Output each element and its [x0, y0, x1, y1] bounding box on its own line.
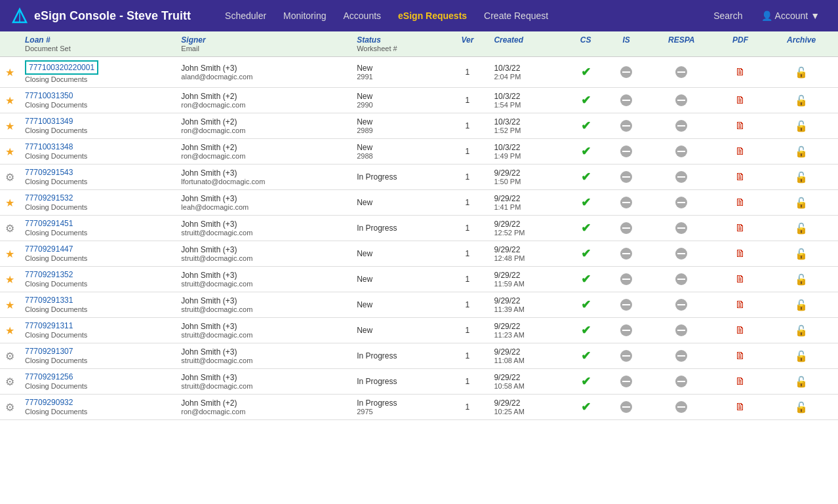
gear-icon-cell[interactable]: ⚙: [0, 216, 20, 241]
cs-cell[interactable]: ✔: [566, 395, 606, 420]
star-icon-cell[interactable]: ★: [0, 318, 20, 343]
star-icon-cell[interactable]: ★: [0, 113, 20, 139]
pdf-cell[interactable]: 🗎: [716, 369, 765, 395]
loan-link[interactable]: 77709291532: [25, 193, 73, 203]
is-cell[interactable]: [606, 190, 647, 216]
star-icon[interactable]: ★: [5, 121, 14, 132]
star-icon-cell[interactable]: ★: [0, 292, 20, 318]
cs-cell[interactable]: ✔: [566, 216, 606, 241]
is-cell[interactable]: [606, 292, 647, 318]
pdf-icon[interactable]: 🗎: [735, 248, 746, 259]
loan-link[interactable]: 77709291543: [25, 168, 73, 177]
loan-link[interactable]: 77710031350: [25, 91, 73, 100]
is-cell[interactable]: [606, 241, 647, 267]
lock-icon[interactable]: 🔓: [795, 172, 808, 183]
respa-cell[interactable]: [647, 292, 716, 318]
archive-cell[interactable]: 🔓: [765, 369, 838, 395]
cs-cell[interactable]: ✔: [566, 139, 606, 165]
archive-cell[interactable]: 🔓: [765, 267, 838, 292]
nav-scheduler[interactable]: Scheduler: [217, 5, 274, 26]
lock-icon[interactable]: 🔓: [795, 95, 808, 106]
archive-cell[interactable]: 🔓: [765, 216, 838, 241]
nav-account-link[interactable]: 👤 Account ▼: [753, 5, 828, 26]
pdf-icon[interactable]: 🗎: [735, 350, 746, 361]
pdf-cell[interactable]: 🗎: [716, 139, 765, 165]
lock-icon[interactable]: 🔓: [795, 351, 808, 362]
pdf-icon[interactable]: 🗎: [735, 222, 746, 233]
lock-icon[interactable]: 🔓: [795, 300, 808, 311]
loan-link[interactable]: 77709290932: [25, 398, 73, 407]
lock-icon[interactable]: 🔓: [795, 274, 808, 285]
pdf-cell[interactable]: 🗎: [716, 343, 765, 369]
respa-cell[interactable]: [647, 57, 716, 88]
pdf-icon[interactable]: 🗎: [735, 120, 746, 131]
is-cell[interactable]: [606, 57, 647, 88]
cs-cell[interactable]: ✔: [566, 343, 606, 369]
cs-cell[interactable]: ✔: [566, 318, 606, 343]
lock-icon[interactable]: 🔓: [795, 121, 808, 132]
pdf-cell[interactable]: 🗎: [716, 190, 765, 216]
pdf-icon[interactable]: 🗎: [735, 273, 746, 284]
archive-cell[interactable]: 🔓: [765, 113, 838, 139]
pdf-icon[interactable]: 🗎: [735, 197, 746, 208]
lock-icon[interactable]: 🔓: [795, 376, 808, 387]
lock-icon[interactable]: 🔓: [795, 325, 808, 336]
nav-esign-requests[interactable]: eSign Requests: [390, 5, 475, 26]
respa-cell[interactable]: [647, 343, 716, 369]
respa-cell[interactable]: [647, 165, 716, 190]
loan-link[interactable]: 77709291311: [25, 321, 73, 330]
pdf-cell[interactable]: 🗎: [716, 241, 765, 267]
star-icon-cell[interactable]: ★: [0, 190, 20, 216]
pdf-icon[interactable]: 🗎: [735, 171, 746, 182]
loan-link[interactable]: 77709291307: [25, 347, 73, 356]
archive-cell[interactable]: 🔓: [765, 292, 838, 318]
gear-icon[interactable]: ⚙: [5, 376, 14, 387]
pdf-cell[interactable]: 🗎: [716, 318, 765, 343]
pdf-icon[interactable]: 🗎: [735, 299, 746, 310]
archive-cell[interactable]: 🔓: [765, 165, 838, 190]
cs-cell[interactable]: ✔: [566, 369, 606, 395]
is-cell[interactable]: [606, 395, 647, 420]
loan-link[interactable]: 77710031348: [25, 142, 73, 151]
gear-icon[interactable]: ⚙: [5, 351, 14, 362]
star-icon-cell[interactable]: ★: [0, 139, 20, 165]
loan-link[interactable]: 777100320220001: [25, 60, 98, 75]
pdf-icon[interactable]: 🗎: [735, 401, 746, 412]
respa-cell[interactable]: [647, 318, 716, 343]
star-icon[interactable]: ★: [5, 248, 14, 260]
is-cell[interactable]: [606, 88, 647, 113]
respa-cell[interactable]: [647, 369, 716, 395]
star-icon-cell[interactable]: ★: [0, 241, 20, 267]
gear-icon-cell[interactable]: ⚙: [0, 343, 20, 369]
archive-cell[interactable]: 🔓: [765, 395, 838, 420]
star-icon-cell[interactable]: ★: [0, 88, 20, 113]
nav-search-link[interactable]: Search: [706, 5, 750, 26]
star-icon[interactable]: ★: [5, 146, 14, 157]
cs-cell[interactable]: ✔: [566, 241, 606, 267]
pdf-cell[interactable]: 🗎: [716, 165, 765, 190]
cs-cell[interactable]: ✔: [566, 88, 606, 113]
star-icon[interactable]: ★: [5, 67, 14, 78]
cs-cell[interactable]: ✔: [566, 57, 606, 88]
respa-cell[interactable]: [647, 267, 716, 292]
star-icon[interactable]: ★: [5, 274, 14, 285]
pdf-icon[interactable]: 🗎: [735, 66, 746, 77]
loan-link[interactable]: 77709291447: [25, 244, 73, 254]
gear-icon-cell[interactable]: ⚙: [0, 369, 20, 395]
star-icon[interactable]: ★: [5, 197, 14, 208]
cs-cell[interactable]: ✔: [566, 267, 606, 292]
pdf-cell[interactable]: 🗎: [716, 88, 765, 113]
lock-icon[interactable]: 🔓: [795, 248, 808, 260]
loan-link[interactable]: 77709291352: [25, 270, 73, 279]
archive-cell[interactable]: 🔓: [765, 343, 838, 369]
cs-cell[interactable]: ✔: [566, 190, 606, 216]
gear-icon-cell[interactable]: ⚙: [0, 395, 20, 420]
respa-cell[interactable]: [647, 113, 716, 139]
archive-cell[interactable]: 🔓: [765, 190, 838, 216]
lock-icon[interactable]: 🔓: [795, 67, 808, 78]
nav-accounts[interactable]: Accounts: [335, 5, 389, 26]
nav-monitoring[interactable]: Monitoring: [275, 5, 334, 26]
respa-cell[interactable]: [647, 190, 716, 216]
star-icon[interactable]: ★: [5, 300, 14, 311]
loan-link[interactable]: 77710031349: [25, 117, 73, 126]
